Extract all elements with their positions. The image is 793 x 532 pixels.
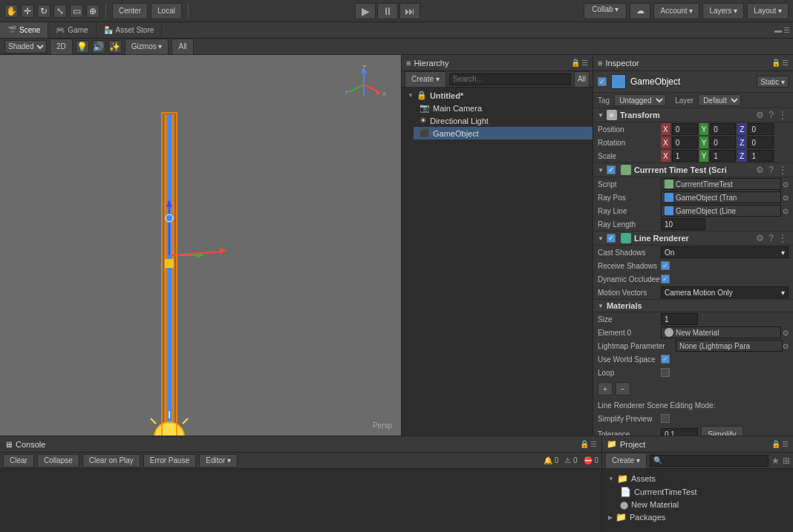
static-btn[interactable]: Static ▾ [757, 76, 789, 88]
project-star-btn[interactable]: ★ [771, 456, 780, 466]
script-settings-btn[interactable]: ⚙ [754, 165, 766, 175]
hand-tool-btn[interactable]: ✋ [4, 4, 18, 18]
hierarchy-menu-btn[interactable]: ☰ [581, 59, 588, 67]
inspector-lock-btn[interactable]: 🔒 [771, 59, 780, 67]
inspector-menu-btn[interactable]: ☰ [782, 59, 789, 67]
use-world-checkbox[interactable]: ✓ [661, 355, 670, 364]
center-btn[interactable]: Center [112, 3, 148, 19]
console-menu-btn[interactable]: ☰ [590, 440, 597, 448]
script-section-header[interactable]: ▼ ✓ Currrent Time Test (Scri ⚙ ? ⋮ [593, 162, 793, 177]
project-packages-folder[interactable]: ▶ 📁 Packages [602, 510, 793, 524]
tag-select[interactable]: Untagged [614, 94, 666, 106]
all-btn[interactable]: All [172, 39, 193, 55]
project-script-item[interactable]: 📄 CurrrentTimeTest [602, 485, 793, 499]
motion-vectors-select[interactable]: Camera Motion Only ▾ [661, 286, 789, 298]
script-link-icon[interactable]: ⊙ [783, 180, 789, 188]
pos-x-field[interactable]: 0 [672, 123, 698, 135]
play-button[interactable]: ▶ [355, 3, 376, 19]
audio-toggle[interactable]: 🔊 [92, 40, 105, 53]
cloud-btn[interactable]: ☁ [630, 3, 650, 19]
lightmap-field[interactable]: None (Lightmap Para [676, 340, 783, 352]
simplify-button[interactable]: Simplify [701, 426, 743, 436]
lr-settings-btn[interactable]: ⚙ [754, 233, 766, 243]
rot-z-field[interactable]: 0 [748, 137, 774, 148]
lr-active-checkbox[interactable]: ✓ [607, 234, 616, 243]
tolerance-field[interactable]: 0.1 [661, 428, 698, 436]
gameobject-active-checkbox[interactable]: ✓ [598, 77, 607, 86]
materials-section-header[interactable]: ▼ Materials [593, 299, 793, 312]
tab-scene[interactable]: 🎬 Scene [0, 22, 48, 38]
lr-add-btn[interactable]: + [598, 382, 613, 395]
shading-select[interactable]: Shaded [4, 40, 47, 53]
2d-btn[interactable]: 2D [50, 39, 73, 55]
raypos-link-icon[interactable]: ⊙ [783, 194, 789, 202]
script-active-checkbox[interactable]: ✓ [607, 165, 616, 174]
pause-button[interactable]: ⏸ [377, 3, 398, 19]
layer-select[interactable]: Default [698, 94, 741, 106]
transform-settings-btn[interactable]: ⚙ [754, 110, 766, 120]
project-filter-btn[interactable]: ⊞ [783, 456, 790, 466]
project-search[interactable] [650, 455, 768, 467]
dynamic-occludee-checkbox[interactable]: ✓ [661, 275, 670, 283]
lr-help-btn[interactable]: ? [767, 233, 775, 243]
project-create-btn[interactable]: Create ▾ [605, 453, 647, 469]
rot-x-field[interactable]: 0 [672, 137, 698, 148]
transform-help-btn[interactable]: ? [767, 110, 775, 120]
scl-y-field[interactable]: 1 [710, 150, 736, 162]
project-lock-btn[interactable]: 🔒 [771, 440, 780, 448]
tab-asset-store[interactable]: 🏪 Asset Store [97, 22, 163, 38]
account-dropdown[interactable]: Account ▾ [653, 3, 699, 19]
scl-z-field[interactable]: 1 [748, 150, 774, 162]
rayline-field[interactable]: GameObject (Line [661, 205, 781, 217]
simplify-preview-checkbox[interactable] [661, 414, 670, 423]
rot-y-field[interactable]: 0 [710, 137, 736, 148]
move-tool-btn[interactable]: ✛ [21, 4, 34, 18]
pos-y-field[interactable]: 0 [710, 123, 736, 135]
hierarchy-item-directional-light[interactable]: ☀ Directional Light [414, 114, 593, 127]
lr-minus-btn[interactable]: − [616, 382, 630, 395]
local-btn[interactable]: Local [151, 3, 182, 19]
size-field[interactable]: 1 [661, 313, 698, 325]
collab-btn[interactable]: Collab ▾ [584, 3, 627, 19]
loop-checkbox[interactable] [661, 368, 670, 377]
scene-viewport[interactable]: Z X Y [0, 55, 401, 436]
fx-toggle[interactable]: ✨ [108, 40, 122, 53]
lightmap-link-icon[interactable]: ⊙ [783, 342, 789, 350]
raylength-field[interactable]: 10 [661, 218, 705, 230]
tab-options-btn[interactable]: ☰ [783, 26, 790, 34]
rotate-tool-btn[interactable]: ↻ [37, 4, 50, 18]
clear-on-play-btn[interactable]: Clear on Play [82, 454, 140, 467]
tab-game[interactable]: 🎮 Game [48, 22, 96, 38]
layers-dropdown[interactable]: Layers ▾ [702, 3, 744, 19]
cast-shadows-select[interactable]: On ▾ [661, 246, 789, 258]
element0-field[interactable]: New Material [661, 326, 781, 338]
editor-btn[interactable]: Editor ▾ [199, 454, 238, 467]
hierarchy-item-main-camera[interactable]: 📷 Main Camera [414, 102, 593, 114]
gizmos-btn[interactable]: Gizmos ▾ [125, 39, 169, 55]
pos-z-field[interactable]: 0 [748, 123, 774, 135]
lr-more-btn[interactable]: ⋮ [777, 233, 789, 243]
collapse-btn[interactable]: Collapse [37, 454, 79, 467]
hierarchy-item-gameobject[interactable]: ⬛ GameObject [414, 127, 593, 139]
tab-collapse-btn[interactable]: ▬ [774, 26, 782, 34]
line-renderer-section-header[interactable]: ▼ ✓ Line Renderer ⚙ ? ⋮ [593, 231, 793, 246]
script-field[interactable]: CurrrentTimeTest [661, 178, 781, 190]
hierarchy-search[interactable] [449, 73, 571, 85]
clear-btn[interactable]: Clear [3, 454, 34, 467]
rayline-link-icon[interactable]: ⊙ [783, 207, 789, 215]
hierarchy-lock-btn[interactable]: 🔒 [571, 59, 580, 67]
hierarchy-all-btn[interactable]: All [574, 71, 590, 88]
transform-section-header[interactable]: ▼ ⊕ Transform ⚙ ? ⋮ [593, 108, 793, 122]
hierarchy-create-btn[interactable]: Create ▾ [405, 71, 446, 88]
hierarchy-scene[interactable]: ▼ 🔒 Untitled* [402, 89, 593, 102]
gameobject-icon[interactable] [611, 74, 626, 89]
step-button[interactable]: ⏭ [399, 3, 420, 19]
script-more-btn[interactable]: ⋮ [777, 165, 789, 175]
console-lock-btn[interactable]: 🔒 [580, 440, 589, 448]
project-assets-folder[interactable]: ▼ 📁 Assets [602, 472, 793, 485]
project-menu-btn[interactable]: ☰ [782, 440, 789, 448]
receive-shadows-checkbox[interactable]: ✓ [661, 261, 670, 270]
script-help-btn[interactable]: ? [767, 165, 775, 175]
rect-tool-btn[interactable]: ▭ [70, 4, 83, 18]
scl-x-field[interactable]: 1 [672, 150, 698, 162]
